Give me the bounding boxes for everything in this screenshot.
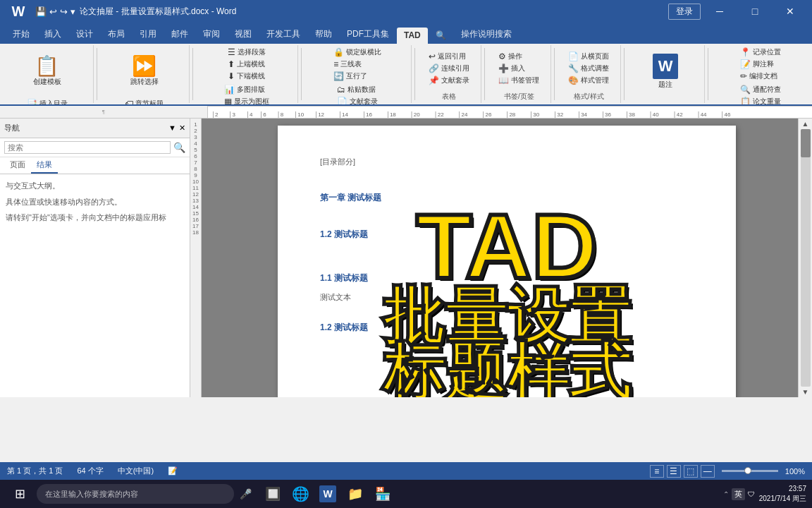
sidebar-tab-page[interactable]: 页面 xyxy=(4,157,31,174)
scroll-track xyxy=(801,129,811,387)
separator-8 xyxy=(708,48,708,100)
footnote-button[interactable]: 📝 脚注释 xyxy=(738,59,783,70)
paper-weight-button[interactable]: 📋 论文重量 xyxy=(738,96,783,106)
jump-select-button[interactable]: ⏩ 跳转选择 xyxy=(126,47,163,96)
doc-content: [目录部分] 第一章 测试标题 1.2 测试标题 1.1 测试标题 测试文本 1… xyxy=(320,154,694,336)
chapter-title-button[interactable]: 🏷 章节标题 xyxy=(123,98,166,106)
taskbar-search-box[interactable]: 在这里输入你要搜索的内容 xyxy=(37,484,234,504)
operation-button[interactable]: ⚙ 操作 xyxy=(496,51,541,62)
tab-design[interactable]: 设计 xyxy=(69,25,100,44)
navigation-sidebar: 导航 ▼ ✕ 🔍 页面 结果 与交互式大纲。 具体位置或快速移动内容的方式。 请… xyxy=(0,119,190,397)
tab-tad[interactable]: TAD xyxy=(397,28,428,44)
systray-lang[interactable]: 英 xyxy=(732,488,745,500)
taskbar-edge[interactable]: 🌐 xyxy=(288,481,313,507)
undo-icon[interactable]: ↩ xyxy=(49,6,57,17)
ruler-corner: ¶ xyxy=(0,106,208,118)
sidebar-tab-bar: 页面 结果 xyxy=(0,157,190,174)
bookmark-manage-button[interactable]: 📖 书签管理 xyxy=(496,75,541,86)
page-info: 第 1 页，共 1 页 xyxy=(7,466,63,476)
dropdown-icon[interactable]: ▾ xyxy=(70,6,75,17)
minimize-button[interactable]: ─ xyxy=(703,0,736,23)
taskbar-task-view[interactable]: 🔲 xyxy=(260,481,285,507)
tab-start[interactable]: 开始 xyxy=(6,25,37,44)
scroll-up-button[interactable]: ▲ xyxy=(802,120,809,128)
sidebar-tab-result[interactable]: 结果 xyxy=(31,157,58,174)
tab-mail[interactable]: 邮件 xyxy=(164,25,195,44)
tab-developer[interactable]: 开发工具 xyxy=(259,25,307,44)
sidebar-search-input[interactable] xyxy=(4,141,171,154)
compile-doc-button[interactable]: ✏ 编排文档 xyxy=(738,71,783,82)
print-view-button[interactable]: ☰ xyxy=(667,465,681,478)
create-template-icon: 📋 xyxy=(35,56,59,76)
caption-button[interactable]: W 题注 xyxy=(648,47,682,96)
separator-6 xyxy=(554,48,555,100)
insert-bookmark-button[interactable]: ➕ 插入 xyxy=(496,63,541,74)
search-button[interactable]: 🔍 xyxy=(173,142,185,153)
tab-review[interactable]: 审阅 xyxy=(196,25,227,44)
continuous-cite-button[interactable]: 🔗 连续引用 xyxy=(426,63,472,74)
ribbon-group-template: 📋 创建模板 📑 插入目录 § 章节 模板/目录 xyxy=(1,45,94,103)
lock-ratio-button[interactable]: 🔒 锁定纵横比 xyxy=(331,47,383,58)
literature-button[interactable]: 📌 文献套录 xyxy=(426,75,472,86)
top-line-button[interactable]: ⬆ 上端横线 xyxy=(226,59,268,70)
select-paragraph-button[interactable]: ☰ 选择段落 xyxy=(226,47,268,58)
taskbar-explorer[interactable]: 📁 xyxy=(343,481,368,507)
outline-view-button[interactable]: — xyxy=(701,465,715,478)
bottom-line-button[interactable]: ⬇ 下端横线 xyxy=(226,71,268,82)
document-area: [目录部分] 第一章 测试标题 1.2 测试标题 1.1 测试标题 测试文本 1… xyxy=(202,119,812,397)
login-button[interactable]: 登录 xyxy=(668,4,701,20)
ribbon-group-image: 🔒 锁定纵横比 ≡ 三线表 🔄 互行了 🗂 粘贴数据 📄 xyxy=(304,45,412,103)
read-view-button[interactable]: ≡ xyxy=(650,465,664,478)
tab-search-icon[interactable]: 🔍 xyxy=(429,28,453,44)
tab-reference[interactable]: 引用 xyxy=(133,25,164,44)
sidebar-close-icon[interactable]: ✕ xyxy=(179,123,185,133)
redo-icon[interactable]: ↪ xyxy=(60,6,68,17)
close-button[interactable]: ✕ xyxy=(774,0,806,23)
cite-record-button[interactable]: 📄 文献套录 xyxy=(335,96,380,106)
mutual-row-button[interactable]: 🔄 互行了 xyxy=(331,71,383,82)
style-manage-button[interactable]: 🎨 样式管理 xyxy=(566,75,611,86)
zoom-slider[interactable] xyxy=(722,470,778,472)
record-position-button[interactable]: 📍 记录位置 xyxy=(738,47,783,58)
insert-toc-button[interactable]: 📑 插入目录 xyxy=(25,98,70,106)
window-title: 论文抽屉 - 批量设置标题样式.docx - Word xyxy=(80,6,236,18)
tab-help[interactable]: 帮助 xyxy=(308,25,339,44)
tab-pdf[interactable]: PDF工具集 xyxy=(340,25,396,44)
three-line-button[interactable]: ≡ 三线表 xyxy=(331,59,383,70)
caption-word-icon: W xyxy=(653,54,678,79)
cite-button[interactable]: 📌 引用 xyxy=(650,100,681,106)
scroll-thumb[interactable] xyxy=(801,129,811,157)
vertical-scrollbar[interactable]: ▲ ▼ xyxy=(798,119,812,397)
systray-up-icon[interactable]: ⌃ xyxy=(723,490,729,498)
tab-insert[interactable]: 插入 xyxy=(37,25,68,44)
taskbar-store[interactable]: 🏪 xyxy=(370,481,395,507)
separator-2 xyxy=(192,48,193,100)
document-page[interactable]: [目录部分] 第一章 测试标题 1.2 测试标题 1.1 测试标题 测试文本 1… xyxy=(278,126,736,397)
title-bar-left: W 💾 ↩ ↪ ▾ 论文抽屉 - 批量设置标题样式.docx - Word xyxy=(6,0,236,24)
wildcard-search-button[interactable]: 🔍 通配符查 xyxy=(738,84,783,95)
tab-layout[interactable]: 布局 xyxy=(101,25,132,44)
restore-button[interactable]: □ xyxy=(739,0,771,23)
paste-data-button[interactable]: 🗂 粘贴数据 xyxy=(335,84,380,95)
back-cite-button[interactable]: ↩ 返回引用 xyxy=(426,51,472,62)
zoom-thumb[interactable] xyxy=(744,467,751,474)
taskbar-mic-icon[interactable]: 🎤 xyxy=(240,488,252,500)
web-view-button[interactable]: ⬚ xyxy=(684,465,698,478)
create-template-button[interactable]: 📋 创建模板 xyxy=(29,47,66,96)
sidebar-collapse-icon[interactable]: ▼ xyxy=(168,123,176,133)
scroll-down-button[interactable]: ▼ xyxy=(802,388,809,396)
overlay-line3-text: 标题样式 xyxy=(383,341,631,397)
multi-image-button[interactable]: 📊 多图排版 xyxy=(222,84,271,95)
show-frame-button[interactable]: ▦ 显示为图框 xyxy=(222,96,271,106)
tab-view[interactable]: 视图 xyxy=(228,25,259,44)
taskbar-word[interactable]: W xyxy=(315,481,340,507)
save-icon[interactable]: 💾 xyxy=(35,6,47,17)
char-count: 64 个字 xyxy=(77,466,103,476)
systray-defender[interactable]: 🛡 xyxy=(748,490,755,498)
tab-operation-search[interactable]: 操作说明搜索 xyxy=(454,25,519,44)
landscape-page-button[interactable]: 📄 从横页面 xyxy=(566,51,611,62)
status-right-area: ≡ ☰ ⬚ — 100% xyxy=(650,465,805,478)
taskbar-datetime[interactable]: 23:57 2021/7/14 周三 xyxy=(759,484,806,504)
format-adjust-button[interactable]: 🔧 格式调整 xyxy=(566,63,611,74)
start-button[interactable]: ⊞ xyxy=(6,483,34,505)
